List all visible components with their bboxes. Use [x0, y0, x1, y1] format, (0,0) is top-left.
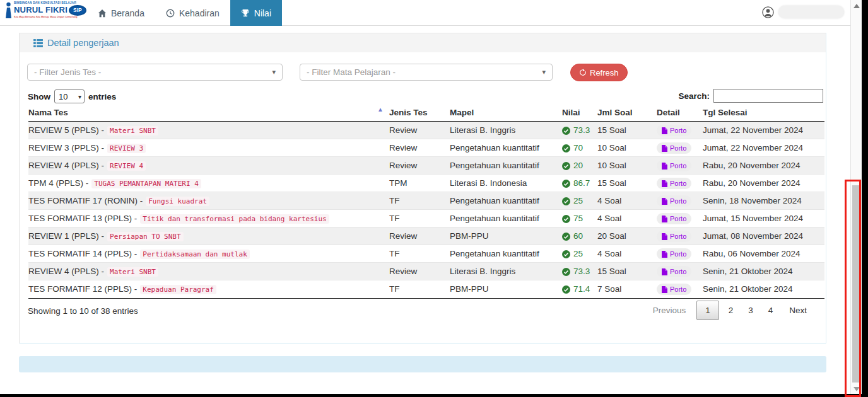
nilai-value: 70 [573, 139, 583, 157]
file-icon [662, 180, 667, 187]
pagination-page-2[interactable]: 2 [721, 301, 741, 320]
porto-button[interactable]: Porto [657, 213, 691, 224]
filter-mapel-select[interactable]: - Filter Mata Pelajaran - ▾ [300, 64, 553, 81]
header-mapel[interactable]: Mapel [450, 105, 474, 120]
sort-asc-icon[interactable] [377, 106, 384, 113]
test-name: REVIEW 1 (PPLS) - [28, 231, 104, 241]
nilai-value: 25 [573, 245, 583, 263]
pagination-next[interactable]: Next [780, 301, 816, 320]
cell-nama-tes: REVIEW 1 (PPLS) -Persiapan TO SNBT [28, 227, 184, 246]
cell-mapel: Literasi B. Indonesia [450, 175, 527, 192]
cell-jenis-tes: Review [389, 263, 417, 280]
test-code: REVIEW 4 [107, 161, 146, 171]
pagination-page-1[interactable]: 1 [696, 301, 719, 320]
cell-tgl-selesai: Jumat, 22 November 2024 [703, 139, 803, 157]
porto-button[interactable]: Porto [657, 284, 691, 295]
porto-button[interactable]: Porto [657, 125, 691, 136]
header-nilai[interactable]: Nilai [562, 105, 580, 120]
pagination-page-4[interactable]: 4 [761, 301, 781, 320]
header-detail[interactable]: Detail [657, 105, 680, 120]
clock-icon [166, 9, 175, 18]
header-jml-soal[interactable]: Jml Soal [597, 105, 633, 120]
pagination-page-3[interactable]: 3 [741, 301, 761, 320]
cell-nama-tes: TES FORMATIF 12 (PPLS) -Kepaduan Paragra… [28, 280, 216, 299]
nilai-value: 86.7 [573, 175, 590, 192]
pagination-pages: 1234 [695, 301, 780, 320]
file-icon [662, 127, 667, 134]
porto-button[interactable]: Porto [657, 178, 691, 189]
porto-label: Porto [670, 285, 686, 293]
check-circle-icon [562, 127, 570, 135]
cell-nama-tes: TPM 4 (PPLS) -TUGAS PEMANTAPAN MATERI 4 [28, 175, 201, 193]
cell-mapel: Literasi B. Inggris [450, 263, 515, 280]
pagination-previous[interactable]: Previous [644, 301, 695, 320]
cell-nilai: 25 [562, 192, 583, 210]
cell-nilai: 71.4 [562, 280, 590, 298]
porto-button[interactable]: Porto [657, 231, 691, 242]
cell-nilai: 73.3 [562, 263, 590, 280]
porto-button[interactable]: Porto [657, 266, 691, 277]
cell-tgl-selesai: Rabu, 06 November 2024 [703, 245, 801, 263]
porto-button[interactable]: Porto [657, 160, 691, 171]
filter-jenis-tes-select[interactable]: - Filter Jenis Tes - ▾ [27, 64, 283, 81]
scrollbar-up-icon[interactable] [853, 4, 860, 8]
table-row: REVIEW 1 (PPLS) -Persiapan TO SNBT Revie… [28, 227, 824, 245]
cell-nilai: 70 [562, 139, 583, 157]
test-name: REVIEW 3 (PPLS) - [28, 143, 104, 152]
refresh-icon [579, 69, 587, 76]
user-menu[interactable] [762, 6, 844, 18]
logo[interactable]: BIMBINGAN DAN KONSULTASI BELAJAR NURUL F… [5, 2, 86, 18]
scrollbar-down-icon[interactable] [853, 387, 860, 391]
porto-label: Porto [670, 180, 686, 187]
panel-title: Detail pengerjaan [47, 38, 119, 48]
nav-label: Kehadiran [179, 8, 220, 18]
porto-button[interactable]: Porto [657, 195, 691, 207]
cell-jml-soal: 4 Soal [597, 245, 621, 263]
header-jenis-tes[interactable]: Jenis Tes [389, 105, 428, 120]
user-icon [762, 6, 774, 18]
table-row: REVIEW 4 (PPLS) -Materi SNBT Review Lite… [28, 263, 824, 280]
cell-nilai: 75 [562, 210, 583, 227]
test-code: Pertidaksamaan dan mutlak [140, 250, 250, 259]
caret-down-icon: ▾ [272, 68, 276, 76]
cell-jml-soal: 4 Soal [597, 192, 621, 210]
scrollbar-track[interactable] [850, 0, 862, 397]
show-label: Show [28, 92, 50, 101]
refresh-button[interactable]: Refresh [570, 64, 628, 81]
table-row: REVIEW 5 (PPLS) -Materi SNBT Review Lite… [28, 122, 824, 139]
logo-tagline: Kita Maju Bersama Kita Menuju Masa Depan… [14, 16, 86, 18]
cell-jenis-tes: Review [389, 157, 417, 175]
filter-jenis-tes-placeholder: - Filter Jenis Tes - [34, 67, 101, 77]
screenshot-right-edge [862, 0, 868, 397]
logo-person-icon [5, 2, 12, 18]
porto-button[interactable]: Porto [657, 248, 691, 260]
cell-jml-soal: 15 Soal [597, 263, 626, 280]
nav-label: Beranda [111, 8, 144, 18]
header-nama-tes[interactable]: Nama Tes [28, 105, 68, 120]
page: BIMBINGAN DAN KONSULTASI BELAJAR NURUL F… [0, 0, 868, 397]
table-body: REVIEW 5 (PPLS) -Materi SNBT Review Lite… [28, 122, 824, 299]
filter-mapel-placeholder: - Filter Mata Pelajaran - [307, 67, 396, 77]
cell-jenis-tes: Review [389, 227, 417, 245]
caret-down-icon: ▾ [542, 68, 546, 76]
header-tgl-selesai[interactable]: Tgl Selesai [703, 105, 748, 120]
main-nav: Beranda Kehadiran Nilai [87, 0, 282, 26]
page-length-select[interactable]: 10 [54, 89, 85, 103]
scrollbar-thumb[interactable] [852, 185, 860, 383]
porto-button[interactable]: Porto [657, 142, 691, 154]
file-icon [662, 216, 667, 222]
cell-jml-soal: 10 Soal [597, 157, 626, 175]
cell-jml-soal: 7 Soal [597, 280, 621, 298]
nav-item-beranda[interactable]: Beranda [87, 0, 155, 26]
nav-item-kehadiran[interactable]: Kehadiran [155, 0, 230, 26]
cell-tgl-selesai: Senin, 21 Oktober 2024 [703, 263, 793, 280]
test-name: TES FORMATIF 12 (PPLS) - [28, 284, 137, 294]
test-code: REVIEW 3 [107, 144, 146, 153]
pagination: Previous 1234 Next [644, 301, 816, 320]
table-row: TES FORMATIF 17 (RONIN) -Fungsi kuadrat … [28, 192, 824, 210]
file-icon [662, 198, 667, 205]
search-input[interactable] [713, 89, 823, 103]
cell-nilai: 73.3 [562, 122, 590, 139]
nav-item-nilai[interactable]: Nilai [230, 0, 282, 26]
test-code: Materi SNBT [107, 267, 158, 277]
